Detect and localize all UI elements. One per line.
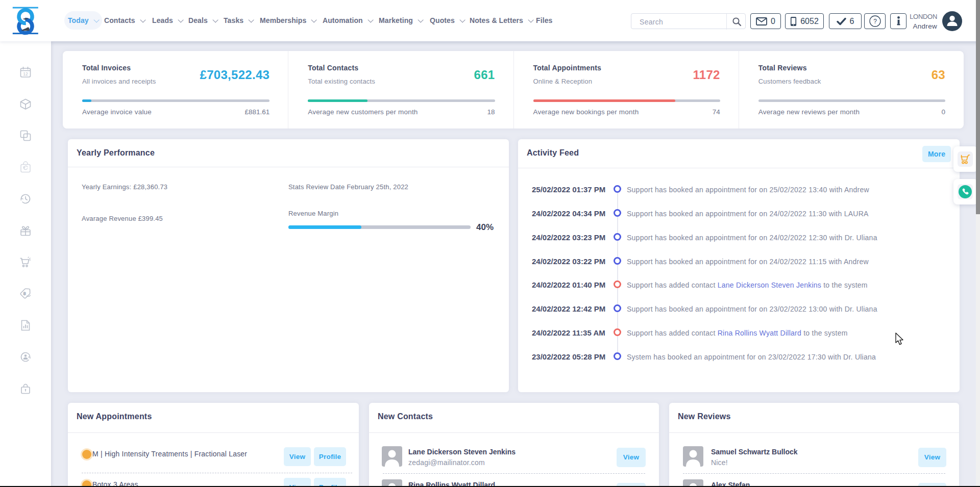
svg-text:12: 12 <box>23 71 28 76</box>
svg-text:$: $ <box>23 291 26 296</box>
